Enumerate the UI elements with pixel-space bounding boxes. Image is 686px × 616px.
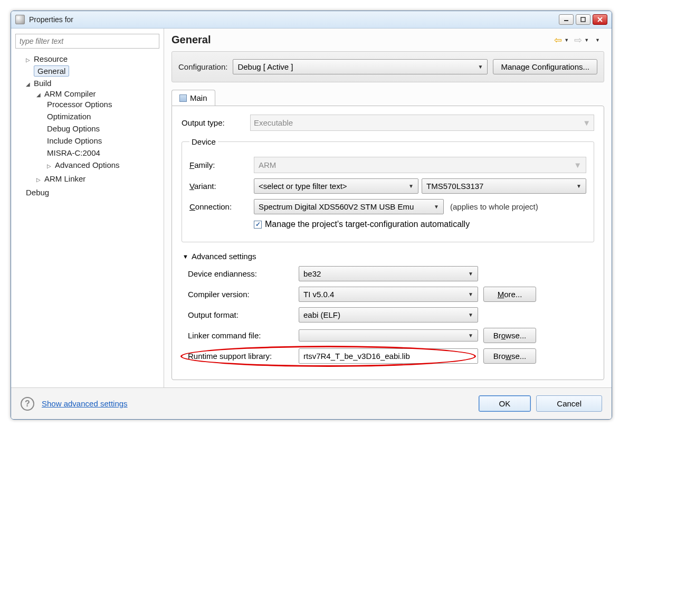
- connection-select[interactable]: Spectrum Digital XDS560V2 STM USB Emu▼: [254, 199, 444, 214]
- nav-tree: ▷Resource General ◢Build ◢ARM Compiler P…: [15, 53, 159, 198]
- linker-file-label: Linker command file:: [188, 331, 293, 340]
- dialog-footer: ? Show advanced settings OK Cancel: [11, 387, 612, 419]
- app-icon: [15, 15, 25, 24]
- manage-configurations-button[interactable]: Manage Configurations...: [493, 59, 597, 74]
- help-icon[interactable]: ?: [21, 397, 34, 411]
- advanced-settings-panel: Device endianness: be32▼ Compiler versio…: [182, 266, 594, 364]
- back-menu-icon[interactable]: ▼: [564, 37, 569, 43]
- family-select: ARM▼: [254, 157, 586, 173]
- close-button[interactable]: [593, 14, 607, 25]
- minimize-button[interactable]: [559, 14, 574, 25]
- device-legend: Device: [189, 137, 218, 146]
- properties-dialog: Properties for ▷Resource General ◢Build: [11, 11, 612, 420]
- linker-file-combo[interactable]: ▼: [299, 329, 478, 342]
- forward-icon[interactable]: ⇨: [574, 34, 582, 46]
- tab-main-icon: [179, 94, 187, 102]
- window-title: Properties for: [29, 15, 559, 24]
- view-menu-icon[interactable]: ▼: [595, 37, 600, 43]
- svg-rect-1: [581, 17, 585, 22]
- nav-arrows: ⇦▼ ⇨▼ ▼: [554, 34, 604, 46]
- ok-button[interactable]: OK: [479, 395, 531, 412]
- tree-item-misra[interactable]: MISRA-C:2004: [47, 147, 159, 159]
- tree-item-optimization[interactable]: Optimization: [47, 110, 159, 122]
- connection-note: (applies to whole project): [450, 202, 538, 211]
- tree-item-arm-linker[interactable]: ▷ARM Linker: [36, 173, 159, 185]
- endianness-select[interactable]: be32▼: [299, 266, 478, 281]
- rts-library-label: Runtime support library:: [188, 352, 293, 361]
- tree-item-debug-options[interactable]: Debug Options: [47, 122, 159, 135]
- connection-label: Connection:: [189, 202, 247, 211]
- tree-item-include-options[interactable]: Include Options: [47, 135, 159, 147]
- main-panel: General ⇦▼ ⇨▼ ▼ Configuration: Debug [ A…: [164, 29, 612, 387]
- output-type-label: Output type:: [182, 118, 245, 127]
- linker-browse-button[interactable]: Browse...: [483, 328, 536, 343]
- tree-item-processor-options[interactable]: Processor Options: [47, 98, 159, 110]
- rts-library-input[interactable]: rtsv7R4_T_be_v3D16_eabi.lib: [299, 348, 478, 364]
- tree-item-general[interactable]: General: [26, 65, 159, 77]
- configuration-select[interactable]: Debug [ Active ]▼: [233, 59, 488, 74]
- tree-item-advanced-options[interactable]: ▷Advanced Options: [47, 159, 159, 171]
- back-icon[interactable]: ⇦: [554, 34, 562, 46]
- more-button[interactable]: More...: [483, 287, 536, 302]
- endianness-label: Device endianness:: [188, 269, 293, 278]
- tab-panel-main: Output type: Executable▼ Device Family: …: [172, 106, 604, 380]
- forward-menu-icon[interactable]: ▼: [584, 37, 589, 43]
- show-advanced-link[interactable]: Show advanced settings: [42, 399, 128, 408]
- tree-item-arm-compiler[interactable]: ◢ARM Compiler Processor Options Optimiza…: [36, 88, 159, 173]
- collapse-icon: ▼: [183, 253, 188, 260]
- configuration-bar: Configuration: Debug [ Active ]▼ Manage …: [172, 51, 604, 82]
- variant-label: Variant:: [189, 182, 247, 191]
- tab-main[interactable]: Main: [172, 90, 215, 106]
- filter-input[interactable]: [15, 34, 159, 49]
- device-group: Device Family: ARM▼ Variant: <select or …: [182, 137, 594, 242]
- maximize-button[interactable]: [576, 14, 590, 25]
- titlebar[interactable]: Properties for: [11, 11, 612, 29]
- compiler-version-select[interactable]: TI v5.0.4▼: [299, 287, 478, 302]
- advanced-settings-toggle[interactable]: ▼ Advanced settings: [183, 252, 594, 261]
- compiler-version-label: Compiler version:: [188, 290, 293, 299]
- configuration-label: Configuration:: [178, 62, 227, 71]
- sidebar: ▷Resource General ◢Build ◢ARM Compiler P…: [11, 29, 164, 387]
- output-type-select: Executable▼: [250, 115, 594, 131]
- output-format-label: Output format:: [188, 310, 293, 319]
- cancel-button[interactable]: Cancel: [536, 395, 602, 412]
- rts-browse-button[interactable]: Browse...: [483, 348, 536, 364]
- variant-filter-combo[interactable]: <select or type filter text>▼: [254, 178, 418, 194]
- manage-target-checkbox[interactable]: ✓ Manage the project's target-configurat…: [254, 220, 470, 229]
- family-label: Family:: [189, 160, 247, 169]
- tree-item-resource[interactable]: ▷Resource: [26, 53, 159, 65]
- variant-select[interactable]: TMS570LS3137▼: [422, 178, 586, 194]
- tree-item-debug[interactable]: Debug: [26, 186, 159, 198]
- tree-item-build[interactable]: ◢Build ◢ARM Compiler Processor Options O…: [26, 77, 159, 186]
- output-format-select[interactable]: eabi (ELF)▼: [299, 307, 478, 323]
- page-title: General: [172, 34, 554, 46]
